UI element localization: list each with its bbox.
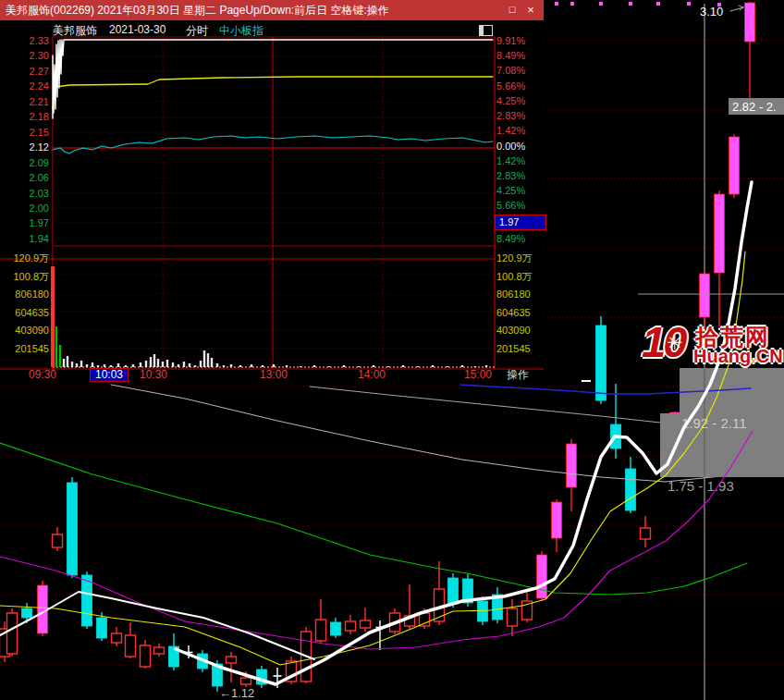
maximize-button[interactable]: □ [505, 0, 520, 20]
price-axis-label: 2.03 [0, 187, 49, 200]
svg-text:2.82 - 2.: 2.82 - 2. [732, 100, 777, 114]
price-axis-label: 2.18 [0, 110, 49, 123]
price-axis-label: 2.30 [0, 49, 49, 62]
percent-axis-label: 1.97 [495, 215, 546, 230]
percent-axis-label: 1.42% [496, 154, 542, 167]
app-root: 1.92 - 2.111.75 - 1.933.102.82 - 2.←1.12… [0, 0, 784, 700]
volume-axis-label: 120.9万 [0, 252, 49, 264]
price-axis-label: 2.06 [0, 171, 49, 184]
close-button[interactable]: × [523, 0, 538, 20]
percent-axis-label: 2.83% [496, 109, 542, 122]
percent-axis-label: 8.49% [496, 49, 542, 62]
price-axis-label: 1.94 [0, 232, 49, 245]
shihuang-watermark: 10 ✳ 拾荒网 Huang.CN [642, 320, 782, 372]
window-title: 美邦服饰(002269) 2021年03月30日 星期二 PageUp/Down… [6, 4, 389, 17]
volume-axis-left: 120.9万100.8万806180604635403090201545 [0, 252, 49, 355]
volume-axis-right: 120.9万100.8万806180604635403090201545 [496, 252, 543, 355]
percent-axis-label: 5.66% [496, 80, 542, 92]
price-axis-label: 1.97 [0, 216, 49, 229]
volume-axis-label: 403090 [0, 324, 49, 337]
volume-axis-label: 806180 [496, 288, 543, 301]
percent-axis-label: 7.08% [496, 64, 542, 77]
percent-axis-label: 1.42% [496, 124, 542, 137]
volume-axis-label: 403090 [496, 324, 543, 337]
price-axis-label: 2.00 [0, 202, 49, 215]
svg-text:←1.12: ←1.12 [219, 686, 254, 700]
percent-axis-label: 0.00% [496, 140, 542, 153]
volume-axis-label: 604635 [0, 306, 49, 319]
volume-axis-label: 120.9万 [496, 252, 543, 264]
chart-date: 2021-03-30 [109, 23, 165, 36]
percent-axis-label: 8.49% [496, 232, 542, 245]
volume-axis-label: 100.8万 [496, 270, 543, 283]
percent-axis-label: 4.25% [496, 94, 542, 107]
index-name[interactable]: 中小板指 [219, 23, 263, 39]
percent-axis-right: 9.91%8.49%7.08%5.66%4.25%2.83%1.42%0.00%… [496, 34, 542, 245]
time-axis-label[interactable]: 15:00 [464, 368, 492, 382]
stock-name: 美邦服饰 [53, 23, 97, 39]
volume-axis-label: 604635 [496, 306, 543, 319]
time-axis-label[interactable]: 10:30 [140, 368, 167, 382]
price-axis-label: 2.24 [0, 80, 49, 92]
time-axis-label[interactable]: 14:00 [358, 368, 386, 382]
price-axis-label: 2.15 [0, 126, 49, 139]
time-axis-label[interactable]: 10:03 [90, 368, 129, 382]
volume-axis-label: 100.8万 [0, 270, 49, 283]
volume-axis-label: 201545 [496, 342, 543, 355]
time-axis-label[interactable]: 13:00 [260, 368, 288, 382]
price-axis-label: 2.12 [0, 141, 49, 154]
gear-icon: ✳ [667, 332, 683, 354]
price-axis-label: 2.09 [0, 156, 49, 169]
time-axis-label[interactable]: 09:30 [29, 368, 56, 382]
watermark-site: Huang.CN [693, 346, 783, 367]
volume-axis-label: 201545 [0, 342, 49, 355]
volume-axis-label: 806180 [0, 288, 49, 301]
time-axis-label[interactable]: 操作 [507, 368, 529, 382]
svg-text:1.75 - 1.93: 1.75 - 1.93 [668, 478, 734, 494]
price-axis-label: 2.21 [0, 95, 49, 108]
price-axis-left: 2.332.302.272.242.212.182.152.122.092.06… [0, 34, 49, 245]
percent-axis-label: 5.66% [496, 199, 542, 212]
percent-axis-label: 4.25% [496, 184, 542, 197]
window-title-bar[interactable]: 美邦服饰(002269) 2021年03月30日 星期二 PageUp/Down… [0, 0, 544, 20]
time-axis: 09:3010:0310:3013:0014:0015:00操作 [0, 368, 544, 384]
percent-axis-label: 2.83% [496, 169, 542, 182]
intraday-popup-window: 美邦服饰(002269) 2021年03月30日 星期二 PageUp/Down… [0, 0, 544, 384]
intraday-chart[interactable] [0, 0, 544, 384]
intraday-header: 美邦服饰 2021-03-30 分时 中小板指 [0, 22, 544, 40]
price-axis-label: 2.27 [0, 65, 49, 78]
svg-text:3.10: 3.10 [700, 5, 723, 18]
panel-layout-icon[interactable] [479, 25, 493, 36]
period-label: 分时 [186, 23, 208, 39]
